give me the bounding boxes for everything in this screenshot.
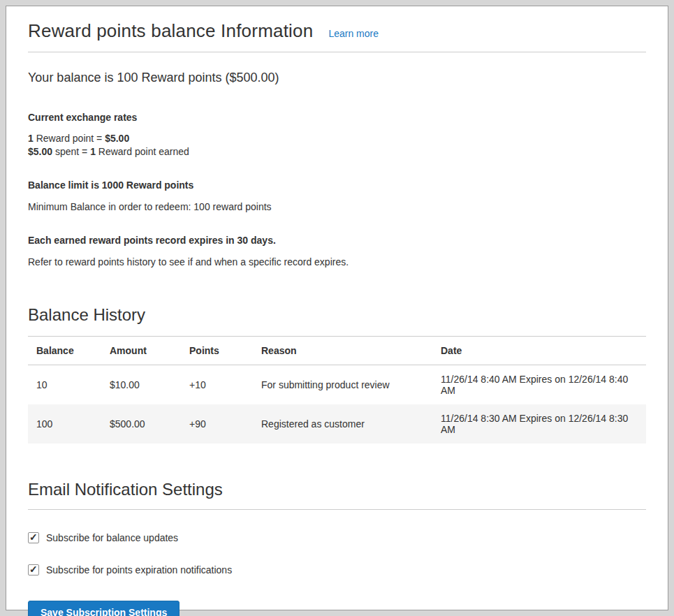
- cell-balance: 10: [28, 365, 101, 405]
- points-expiration-label[interactable]: Subscribe for points expiration notifica…: [46, 564, 232, 575]
- column-header-reason: Reason: [253, 337, 432, 365]
- column-header-amount: Amount: [101, 337, 181, 365]
- rate-spend-text: spent =: [52, 146, 90, 157]
- balance-history-heading: Balance History: [28, 305, 646, 325]
- page-title: Reward points balance Information: [28, 20, 313, 42]
- rate-spend-point: 1: [90, 146, 96, 157]
- cell-balance: 100: [28, 404, 101, 443]
- table-row: 10 $10.00 +10 For submitting product rev…: [28, 365, 646, 405]
- table-row: 100 $500.00 +90 Registered as customer 1…: [28, 404, 646, 443]
- rate-earn-value: $5.00: [105, 133, 129, 144]
- balance-limit: Balance limit is 1000 Reward points: [28, 179, 646, 191]
- cell-date: 11/26/14 8:30 AM Expires on 12/26/14 8:3…: [432, 404, 646, 443]
- expiration-heading: Each earned reward points record expires…: [28, 235, 646, 246]
- cell-date: 11/26/14 8:40 AM Expires on 12/26/14 8:4…: [432, 365, 646, 405]
- balance-updates-label[interactable]: Subscribe for balance updates: [46, 532, 178, 543]
- cell-points: +90: [181, 404, 253, 443]
- points-expiration-option[interactable]: Subscribe for points expiration notifica…: [28, 564, 646, 575]
- table-header-row: Balance Amount Points Reason Date: [28, 337, 646, 365]
- cell-amount: $500.00: [101, 404, 181, 443]
- expiration-note: Refer to reward points history to see if…: [28, 256, 646, 269]
- learn-more-link[interactable]: Learn more: [328, 28, 379, 39]
- column-header-balance: Balance: [28, 337, 101, 365]
- rate-spend-suffix: Reward point earned: [96, 146, 189, 157]
- page-header: Reward points balance Information Learn …: [28, 20, 646, 52]
- exchange-rate-spend: $5.00 spent = 1 Reward point earned: [28, 145, 646, 159]
- rate-earn-text: Reward point =: [34, 133, 105, 144]
- exchange-rates-heading: Current exchange rates: [28, 112, 646, 123]
- balance-summary: Your balance is 100 Reward points ($500.…: [28, 71, 646, 85]
- column-header-points: Points: [181, 337, 253, 365]
- minimum-balance: Minimum Balance in order to redeem: 100 …: [28, 200, 646, 214]
- save-subscription-button[interactable]: Save Subscription Settings: [28, 601, 180, 616]
- column-header-date: Date: [432, 337, 646, 365]
- cell-reason: Registered as customer: [253, 404, 432, 443]
- cell-points: +10: [181, 365, 253, 405]
- email-settings-heading: Email Notification Settings: [28, 480, 646, 510]
- balance-updates-checkbox[interactable]: [28, 532, 39, 543]
- rate-spend-value: $5.00: [28, 146, 52, 157]
- balance-history-table: Balance Amount Points Reason Date 10 $10…: [28, 336, 646, 443]
- points-expiration-checkbox[interactable]: [28, 564, 39, 575]
- reward-points-card: Reward points balance Information Learn …: [6, 6, 668, 610]
- cell-reason: For submitting product review: [253, 365, 432, 405]
- rate-earn-point: 1: [28, 133, 34, 144]
- balance-updates-option[interactable]: Subscribe for balance updates: [28, 532, 646, 543]
- cell-amount: $10.00: [101, 365, 181, 405]
- exchange-rate-earn: 1 Reward point = $5.00: [28, 132, 646, 145]
